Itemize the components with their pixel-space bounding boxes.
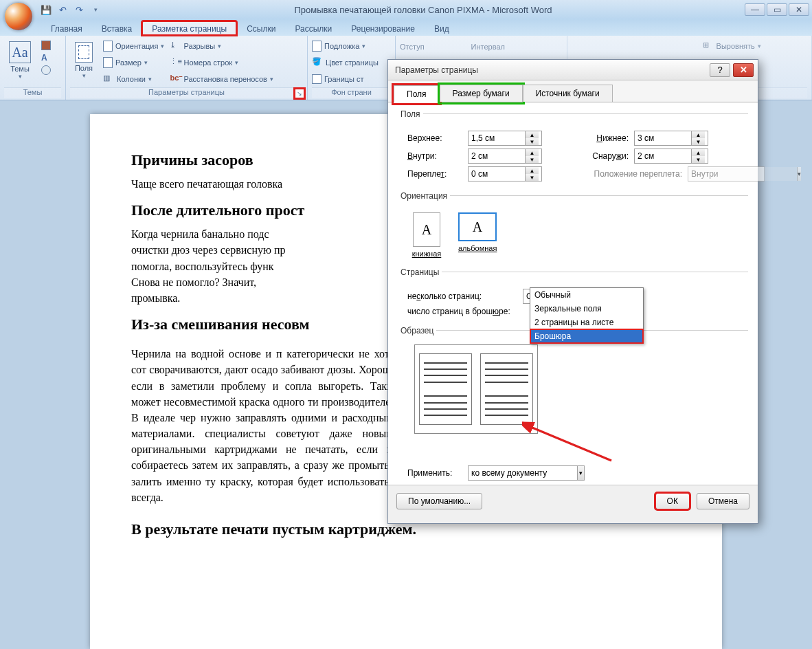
themes-label: Темы xyxy=(10,65,30,73)
page-borders-button[interactable]: Границы ст xyxy=(312,72,379,87)
svg-line-0 xyxy=(529,426,611,461)
multi-pages-label: несколько страниц: xyxy=(407,292,517,301)
orientation-button[interactable]: Ориентация▾ xyxy=(103,38,164,54)
group-label-page-setup: Параметры страницы xyxy=(70,87,303,98)
outside-margin-label: Снаружи: xyxy=(579,151,629,161)
preview-booklet xyxy=(414,344,538,434)
quick-access-toolbar: 💾 ↶ ↷ ▾ xyxy=(40,3,102,16)
dialog-tab-paper[interactable]: Размер бумаги xyxy=(440,85,523,102)
themes-button[interactable]: Aa Темы ▾ xyxy=(4,38,36,83)
annotation-arrow xyxy=(522,419,625,474)
gutter-spinner[interactable]: ▲▼ xyxy=(468,166,542,182)
redo-icon[interactable]: ↷ xyxy=(73,3,85,16)
tab-view[interactable]: Вид xyxy=(425,21,459,36)
gutter-pos-label: Положение переплета: xyxy=(579,169,682,179)
watermark-icon xyxy=(312,41,322,52)
breaks-icon: ⤓ xyxy=(170,41,181,52)
line-numbers-icon: ⋮≡ xyxy=(170,57,181,68)
dialog-footer: По умолчанию... ОК Отмена xyxy=(388,485,758,516)
tab-references[interactable]: Ссылки xyxy=(237,21,285,36)
bottom-margin-spinner[interactable]: ▲▼ xyxy=(634,131,708,146)
dropdown-option[interactable]: 2 страницы на листе xyxy=(530,316,643,329)
window-controls: — ▭ ✕ xyxy=(745,3,809,16)
inside-margin-spinner[interactable]: ▲▼ xyxy=(468,148,542,164)
portrait-icon: A xyxy=(413,212,440,247)
qat-more-icon[interactable]: ▾ xyxy=(89,3,102,16)
outside-margin-spinner[interactable]: ▲▼ xyxy=(634,148,708,164)
margins-button[interactable]: Поля ▾ xyxy=(70,38,98,83)
align-button[interactable]: ⊞Выровнять▾ xyxy=(703,38,761,54)
theme-colors-icon[interactable] xyxy=(41,41,51,50)
dialog-title-bar[interactable]: Параметры страницы ? ✕ xyxy=(388,60,758,80)
orientation-icon xyxy=(103,41,113,52)
hyphenation-button[interactable]: bc⁻Расстановка переносов▾ xyxy=(170,72,273,87)
fieldset-orientation: Ориентация A книжная A альбомная xyxy=(398,195,748,265)
ribbon-group-themes: Aa Темы ▾ A Темы xyxy=(0,36,66,100)
ribbon-group-page-setup: Поля ▾ Ориентация▾ Размер▾ ▥Колонки▾ ⤓Ра… xyxy=(66,36,308,100)
default-button[interactable]: По умолчанию... xyxy=(396,493,482,509)
hyphenation-icon: bc⁻ xyxy=(170,74,181,85)
paragraph: Чернила на водной основе и п категоричес… xyxy=(131,346,399,505)
dialog-close-button[interactable]: ✕ xyxy=(733,63,754,77)
maximize-button[interactable]: ▭ xyxy=(767,3,787,16)
fieldset-pages: Страницы несколько страниц: ▾ число стра… xyxy=(398,272,748,323)
apply-to-label: Применить: xyxy=(407,468,462,478)
theme-effects-icon[interactable] xyxy=(41,65,51,75)
dialog-tab-source[interactable]: Источник бумаги xyxy=(523,85,613,102)
preview-page-right xyxy=(480,353,533,425)
preview-page-left xyxy=(419,353,472,425)
dialog-help-button[interactable]: ? xyxy=(710,63,730,77)
size-button[interactable]: Размер▾ xyxy=(103,55,164,70)
columns-button[interactable]: ▥Колонки▾ xyxy=(103,72,164,87)
tab-insert[interactable]: Вставка xyxy=(92,21,142,36)
themes-icon: Aa xyxy=(9,41,31,63)
theme-fonts-icon[interactable]: A xyxy=(41,53,51,63)
breaks-button[interactable]: ⤓Разрывы▾ xyxy=(170,38,273,54)
interval-label: Интервал xyxy=(471,39,505,54)
page-color-button[interactable]: 🪣Цвет страницы xyxy=(312,55,379,70)
undo-icon[interactable]: ↶ xyxy=(56,3,69,16)
inside-margin-label: Внутри: xyxy=(407,151,462,161)
page-color-icon: 🪣 xyxy=(312,57,323,68)
minimize-button[interactable]: — xyxy=(745,3,765,16)
bottom-margin-label: Нижнее: xyxy=(579,133,629,143)
dropdown-option[interactable]: Обычный xyxy=(530,288,643,302)
page-borders-icon xyxy=(312,74,322,84)
indent-label: Отступ xyxy=(400,39,425,54)
landscape-icon: A xyxy=(458,212,497,241)
portrait-button[interactable]: A книжная xyxy=(407,212,446,258)
tab-mailings[interactable]: Рассылки xyxy=(285,21,341,36)
dropdown-option[interactable]: Зеркальные поля xyxy=(530,302,643,316)
dialog-tab-margins[interactable]: Поля xyxy=(394,85,440,102)
office-button[interactable] xyxy=(4,2,33,31)
window-title: Промывка печатающей головки Canon PIXMA … xyxy=(102,5,745,15)
group-label-themes: Темы xyxy=(4,87,61,98)
tab-home[interactable]: Главная xyxy=(41,21,92,36)
save-icon[interactable]: 💾 xyxy=(40,3,52,16)
gutter-pos-combo: ▾ xyxy=(688,166,765,182)
margins-icon xyxy=(75,42,93,63)
ok-button[interactable]: ОК xyxy=(655,493,690,509)
gutter-label: Переплет: xyxy=(407,169,462,179)
ribbon-group-background: Подложка▾ 🪣Цвет страницы Границы ст Фон … xyxy=(308,36,396,100)
line-numbers-button[interactable]: ⋮≡Номера строк▾ xyxy=(170,55,273,70)
booklet-sheets-label: число страниц в брошюре: xyxy=(407,307,517,316)
dialog-title: Параметры страницы xyxy=(395,65,710,75)
dialog-tabs: Поля Размер бумаги Источник бумаги xyxy=(388,80,758,102)
fieldset-margins: Поля Верхнее: ▲▼ Внутри: ▲▼ Переплет: ▲▼ xyxy=(398,113,748,188)
cancel-button[interactable]: Отмена xyxy=(697,493,749,509)
group-label-background: Фон страни xyxy=(312,87,391,98)
size-icon xyxy=(103,57,113,68)
dropdown-option-selected[interactable]: Брошюра xyxy=(530,329,643,343)
landscape-button[interactable]: A альбомная xyxy=(458,212,497,258)
close-window-button[interactable]: ✕ xyxy=(789,3,809,16)
tab-page-layout[interactable]: Разметка страницы xyxy=(142,21,237,36)
multi-pages-dropdown: Обычный Зеркальные поля 2 страницы на ли… xyxy=(530,287,644,344)
watermark-button[interactable]: Подложка▾ xyxy=(312,38,379,54)
top-margin-label: Верхнее: xyxy=(407,133,462,143)
page-setup-dialog-launcher[interactable]: ↘ xyxy=(295,89,304,98)
title-bar: 💾 ↶ ↷ ▾ Промывка печатающей головки Cano… xyxy=(0,0,812,19)
tab-review[interactable]: Рецензирование xyxy=(341,21,425,36)
ribbon-tabs: Главная Вставка Разметка страницы Ссылки… xyxy=(0,19,812,36)
top-margin-spinner[interactable]: ▲▼ xyxy=(468,131,542,146)
